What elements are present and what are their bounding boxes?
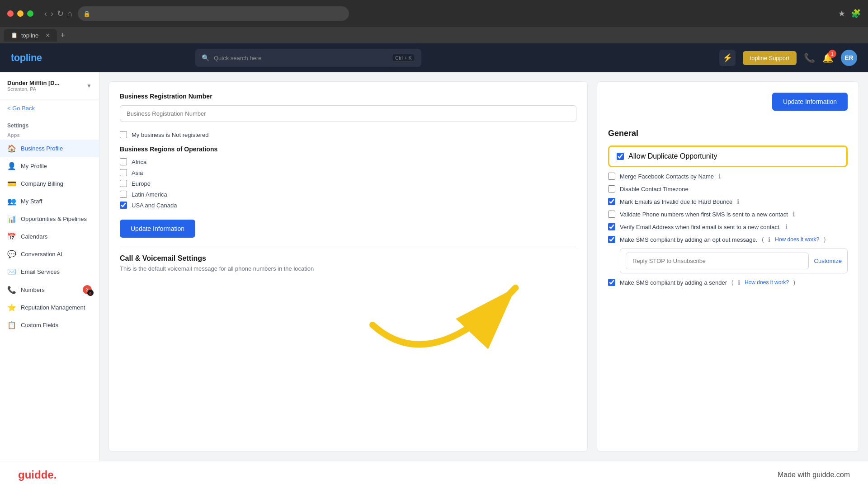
disable-timezone-row[interactable]: Disable Contact Timezone [608, 185, 848, 192]
validate-phone-info-icon[interactable]: ℹ [793, 211, 795, 218]
validate-phone-label: Validate Phone numbers when first SMS is… [620, 211, 788, 218]
latin-america-label: Latin America [132, 191, 167, 198]
dropdown-icon: ▼ [86, 83, 92, 89]
mark-emails-invalid-row[interactable]: Mark Emails as Invalid due to Hard Bounc… [608, 198, 848, 205]
sidebar-item-numbers[interactable]: 📞 Numbers 3 g [0, 281, 99, 299]
sidebar-item-reputation-management[interactable]: ⭐ Reputation Management [0, 299, 99, 316]
customize-link[interactable]: Customize [814, 258, 842, 264]
disable-timezone-checkbox[interactable] [608, 185, 615, 192]
address-bar[interactable]: 🔒 [78, 6, 349, 21]
extensions-icon[interactable]: 🧩 [851, 9, 861, 19]
active-tab[interactable]: 📋 topline × [4, 29, 57, 42]
region-asia[interactable]: Asia [120, 169, 576, 176]
sms-opt-out-label: Make SMS compliant by adding an opt out … [620, 236, 757, 243]
sidebar-item-label: My Staff [21, 198, 42, 205]
sidebar-item-company-billing[interactable]: 💳 Company Billing [0, 175, 99, 192]
africa-checkbox[interactable] [120, 158, 127, 165]
apps-label: Apps [0, 131, 99, 140]
update-information-button-left[interactable]: Update Information [120, 220, 195, 238]
validate-phone-checkbox[interactable] [608, 211, 615, 218]
general-section-title: General [608, 129, 848, 138]
not-registered-row[interactable]: My business is Not registered [120, 131, 576, 138]
avatar[interactable]: ER [841, 50, 857, 66]
sidebar-item-label: Numbers [21, 286, 45, 293]
sms-opt-out-checkbox[interactable] [608, 236, 615, 243]
region-africa[interactable]: Africa [120, 158, 576, 165]
org-name: Dunder Mifflin [D... [7, 80, 60, 86]
org-selector[interactable]: Dunder Mifflin [D... Scranton, PA ▼ [0, 72, 99, 99]
verify-email-checkbox[interactable] [608, 223, 615, 230]
sidebar-item-my-profile[interactable]: 👤 My Profile [0, 157, 99, 175]
support-button[interactable]: topline Support [743, 51, 797, 65]
merge-facebook-checkbox[interactable] [608, 173, 615, 180]
nav-actions: ⚡ topline Support 📞 🔔 1 ER [719, 50, 857, 66]
region-usa-canada[interactable]: USA and Canada [120, 202, 576, 209]
sidebar-item-label: Opportunities & Pipelines [21, 216, 87, 222]
ai-icon: 💬 [7, 250, 16, 258]
sidebar-item-calendars[interactable]: 📅 Calendars [0, 228, 99, 245]
usa-canada-checkbox[interactable] [120, 202, 127, 209]
latin-america-checkbox[interactable] [120, 191, 127, 198]
merge-facebook-row[interactable]: Merge Facebook Contacts by Name ℹ [608, 173, 848, 180]
allow-duplicate-checkbox[interactable] [617, 153, 624, 160]
reply-stop-input[interactable] [626, 253, 809, 269]
brand-logo: topline [11, 52, 42, 64]
sms-sender-checkbox[interactable] [608, 279, 615, 286]
new-tab-button[interactable]: + [57, 31, 69, 40]
validate-phone-row[interactable]: Validate Phone numbers when first SMS is… [608, 211, 848, 218]
verify-email-info-icon[interactable]: ℹ [785, 223, 788, 230]
search-placeholder-text: Quick search here [214, 55, 262, 61]
update-information-button-right[interactable]: Update Information [772, 93, 848, 111]
tab-favicon: 📋 [11, 32, 18, 38]
usa-canada-label: USA and Canada [132, 202, 177, 209]
sidebar-item-opportunities-pipelines[interactable]: 📊 Opportunities & Pipelines [0, 210, 99, 228]
asia-checkbox[interactable] [120, 169, 127, 176]
bookmark-icon[interactable]: ★ [838, 9, 845, 19]
maximize-button[interactable] [27, 10, 33, 17]
sms-opt-out-how-link[interactable]: How does it work? [775, 236, 819, 243]
sidebar-item-label: Custom Fields [21, 322, 58, 328]
sidebar-item-label: Calendars [21, 233, 47, 240]
sidebar-item-conversation-ai[interactable]: 💬 Conversation AI [0, 245, 99, 263]
sidebar: Dunder Mifflin [D... Scranton, PA ▼ < Go… [0, 72, 99, 461]
g-indicator: g [87, 290, 94, 296]
sms-opt-out-paren: ( [762, 236, 764, 243]
notifications-icon[interactable]: 🔔 1 [822, 52, 834, 63]
sms-sender-info-icon[interactable]: ℹ [738, 279, 740, 286]
sms-sender-how-link[interactable]: How does it work? [745, 279, 789, 286]
sidebar-item-email-services[interactable]: ✉️ Email Services [0, 263, 99, 281]
mark-emails-info-icon[interactable]: ℹ [737, 198, 739, 205]
sidebar-item-custom-fields[interactable]: 📋 Custom Fields [0, 316, 99, 334]
home-button[interactable]: ⌂ [67, 9, 72, 19]
left-panel: Business Registration Number My business… [108, 81, 588, 452]
business-reg-label: Business Registration Number [120, 93, 576, 100]
business-reg-input[interactable] [120, 105, 576, 122]
search-shortcut: Ctrl + K [392, 54, 415, 62]
search-bar[interactable]: 🔍 Quick search here Ctrl + K [195, 49, 421, 67]
lightning-button[interactable]: ⚡ [719, 50, 736, 66]
sms-opt-out-info-icon[interactable]: ℹ [768, 236, 770, 243]
region-europe[interactable]: Europe [120, 180, 576, 187]
minimize-button[interactable] [17, 10, 24, 17]
europe-checkbox[interactable] [120, 180, 127, 187]
mark-emails-invalid-checkbox[interactable] [608, 198, 615, 205]
tab-close-icon[interactable]: × [46, 32, 49, 39]
phone-icon[interactable]: 📞 [804, 52, 815, 63]
refresh-button[interactable]: ↻ [57, 9, 64, 19]
not-registered-checkbox[interactable] [120, 131, 127, 138]
sms-opt-out-row[interactable]: Make SMS compliant by adding an opt out … [608, 236, 848, 243]
region-latin-america[interactable]: Latin America [120, 191, 576, 198]
sidebar-item-my-staff[interactable]: 👥 My Staff [0, 192, 99, 210]
back-button[interactable]: ‹ [44, 9, 47, 19]
merge-facebook-info-icon[interactable]: ℹ [718, 173, 721, 180]
sms-sender-row[interactable]: Make SMS compliant by adding a sender ( … [608, 279, 848, 286]
guidde-tagline: Made with guidde.com [778, 471, 850, 479]
verify-email-row[interactable]: Verify Email Address when first email is… [608, 223, 848, 230]
forward-button[interactable]: › [51, 9, 53, 19]
allow-duplicate-row[interactable]: Allow Duplicate Opportunity [608, 145, 848, 167]
bottom-bar: guidde. Made with guidde.com [0, 461, 868, 488]
org-location: Scranton, PA [7, 86, 60, 92]
go-back-link[interactable]: < Go Back [0, 99, 99, 117]
sidebar-item-business-profile[interactable]: 🏠 Business Profile [0, 140, 99, 157]
close-button[interactable] [7, 10, 14, 17]
